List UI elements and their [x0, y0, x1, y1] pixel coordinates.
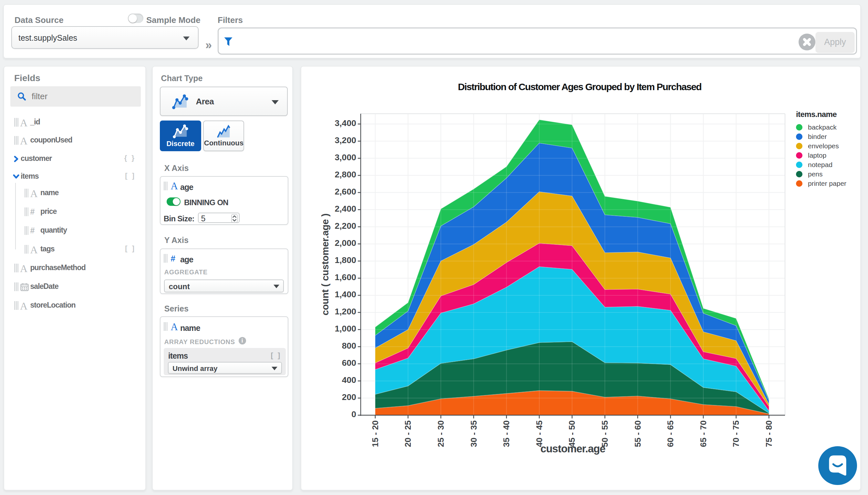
chevron-down-icon — [183, 36, 190, 40]
bin-size-value: 5 — [201, 214, 206, 223]
string-type-icon: A — [171, 322, 178, 332]
x-tick-label: 55 - 60 — [633, 420, 643, 447]
area-chart-icon — [172, 93, 189, 110]
number-type-icon: # — [30, 226, 34, 235]
chart-type-dropdown[interactable]: Area — [160, 87, 288, 116]
y-tick-label: 1,800 — [335, 255, 356, 265]
drag-handle[interactable] — [14, 264, 18, 272]
filter-input-box[interactable]: Apply — [218, 28, 857, 55]
drag-handle[interactable] — [24, 245, 29, 254]
search-icon — [17, 92, 26, 101]
x-tick-label: 70 - 75 — [731, 420, 741, 447]
discrete-button[interactable]: Discrete — [160, 120, 201, 151]
chat-launcher-button[interactable] — [818, 446, 857, 485]
x-tick-label: 60 - 65 — [666, 420, 675, 447]
string-type-icon: A — [20, 263, 28, 274]
data-source-label: Data Source — [15, 15, 64, 25]
y-tick-label: 1,200 — [335, 307, 356, 316]
chart-legend: items.name backpackbinderenvelopeslaptop… — [796, 110, 861, 190]
field-type-badge: { } — [124, 154, 136, 162]
string-type-icon: A — [30, 188, 38, 199]
fields-search-box[interactable] — [10, 86, 141, 107]
y-tick-label: 400 — [342, 375, 356, 385]
legend-swatch — [796, 134, 802, 140]
field-row-purchaseMethod[interactable]: ApurchaseMethod — [4, 261, 145, 275]
clear-filter-button[interactable] — [799, 34, 815, 50]
x-axis-title: customer.age — [541, 443, 605, 455]
y-tick-label: 1,600 — [335, 272, 356, 282]
field-row-couponUsed[interactable]: AcouponUsed — [4, 134, 145, 148]
chevron-down-icon — [13, 174, 19, 179]
field-row-customer[interactable]: customer{ } — [4, 152, 145, 166]
drag-handle[interactable] — [14, 283, 18, 291]
binning-label: BINNING ON — [184, 198, 228, 207]
y-axis-title: count ( customer.age ) — [320, 214, 330, 316]
info-icon[interactable]: i — [238, 337, 246, 344]
sample-mode-label: Sample Mode — [146, 15, 200, 25]
field-row-storeLocation[interactable]: AstoreLocation — [4, 298, 145, 313]
sample-mode-toggle[interactable] — [128, 14, 143, 23]
drag-handle[interactable] — [24, 207, 29, 216]
legend-swatch — [796, 152, 802, 159]
drag-handle[interactable] — [164, 322, 168, 331]
tree-connector-line — [15, 183, 16, 250]
legend-item: pens — [796, 171, 861, 177]
x-axis-card: A age BINNING ON Bin Size: 5 — [160, 176, 288, 225]
y-tick-label: 2,400 — [335, 204, 356, 214]
legend-item: printer paper — [796, 180, 861, 187]
collapse-chevrons[interactable]: » — [206, 38, 212, 52]
query-bar: Data Source test.supplySales Sample Mode… — [3, 4, 861, 58]
field-label: quantity — [40, 226, 67, 235]
drag-handle[interactable] — [14, 118, 18, 127]
discrete-button-label: Discrete — [160, 140, 201, 148]
field-row-_id[interactable]: A_id — [4, 115, 145, 130]
field-row-quantity[interactable]: #quantity — [4, 224, 145, 238]
x-tick-label: 65 - 70 — [698, 420, 708, 447]
legend-swatch — [796, 161, 802, 168]
legend-label: printer paper — [808, 180, 846, 187]
string-type-icon: A — [171, 181, 178, 191]
drag-handle[interactable] — [24, 189, 29, 198]
string-type-icon: A — [20, 118, 28, 128]
field-row-price[interactable]: #price — [4, 205, 145, 219]
chevron-down-icon — [271, 100, 279, 104]
discrete-area-icon — [172, 124, 189, 139]
field-row-items[interactable]: items[ ] — [4, 170, 145, 184]
continuous-button[interactable]: Continuous — [203, 120, 244, 151]
array-reductions-label: ARRAY REDUCTIONS — [164, 338, 235, 346]
x-tick-label: 35 - 40 — [501, 420, 511, 447]
binning-toggle[interactable] — [166, 198, 180, 206]
field-label: tags — [40, 244, 55, 253]
y-axis-field: age — [180, 255, 193, 264]
field-row-saleDate[interactable]: saleDate — [4, 280, 145, 294]
field-row-name[interactable]: Aname — [4, 186, 145, 200]
string-type-icon: A — [20, 136, 28, 146]
aggregate-dropdown[interactable]: count — [164, 279, 284, 292]
drag-handle[interactable] — [24, 226, 29, 235]
field-row-tags[interactable]: Atags[ ] — [4, 242, 145, 257]
drag-handle[interactable] — [14, 301, 18, 310]
chart-type-value: Area — [196, 97, 214, 107]
aggregate-value: count — [169, 282, 190, 291]
stepper-control[interactable] — [231, 214, 238, 223]
legend-item: laptop — [796, 152, 861, 159]
intercom-chat-icon — [818, 446, 857, 485]
array-badge: [ ] — [271, 351, 282, 360]
drag-handle[interactable] — [164, 254, 168, 263]
array-reduction-box: items [ ] Unwind array — [164, 348, 286, 375]
reduction-dropdown[interactable]: Unwind array — [168, 362, 282, 374]
field-label: storeLocation — [30, 301, 75, 309]
drag-handle[interactable] — [164, 182, 168, 190]
data-source-dropdown[interactable]: test.supplySales — [11, 26, 199, 49]
fields-search-input[interactable] — [32, 86, 138, 107]
chevron-right-icon — [14, 156, 19, 162]
field-label: purchaseMethod — [30, 263, 85, 272]
bin-size-input[interactable]: 5 — [198, 212, 240, 223]
chart-type-label: Chart Type — [161, 74, 203, 83]
legend-label: pens — [808, 170, 823, 178]
apply-button[interactable]: Apply — [816, 32, 854, 52]
drag-handle[interactable] — [14, 136, 18, 145]
y-tick-label: 3,000 — [335, 153, 356, 162]
toggle-knob — [128, 14, 137, 23]
bin-size-label: Bin Size: — [164, 214, 194, 223]
